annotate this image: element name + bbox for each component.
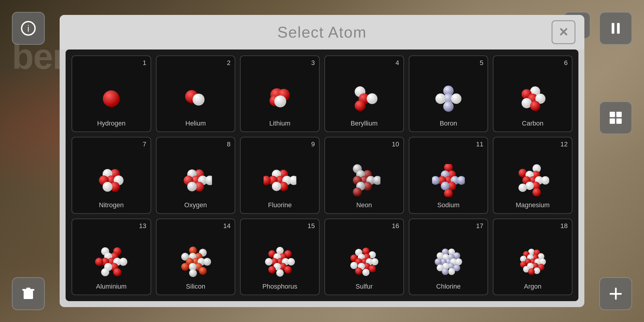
svg-rect-13 <box>610 293 622 295</box>
svg-point-223 <box>199 267 207 275</box>
atom-number: 9 <box>311 140 315 148</box>
atom-name: Beryllium <box>351 120 377 127</box>
grid-icon <box>608 110 624 126</box>
svg-point-195 <box>113 268 121 276</box>
svg-point-45 <box>443 101 453 112</box>
atom-number: 1 <box>143 59 146 67</box>
atom-card-oxygen[interactable]: 8Oxygen <box>156 137 236 213</box>
atom-name: Oxygen <box>184 201 207 209</box>
atom-card-boron[interactable]: 5Boron <box>409 55 488 132</box>
atom-grid: 1Hydrogen2Helium3Lithium4Beryllium5Boron… <box>66 49 578 301</box>
svg-point-295 <box>437 252 444 259</box>
atom-card-sulfur[interactable]: 16Sulfur <box>324 219 404 295</box>
svg-point-287 <box>363 269 370 276</box>
pause-icon <box>608 20 624 36</box>
atom-card-sodium[interactable]: 11Sodium <box>409 137 488 213</box>
atom-visual <box>515 81 551 117</box>
trash-icon <box>20 286 36 302</box>
atom-name: Lithium <box>269 120 290 127</box>
svg-text:i: i <box>27 24 30 33</box>
svg-point-83 <box>205 176 212 185</box>
svg-point-255 <box>276 269 284 277</box>
atom-number: 3 <box>311 59 315 67</box>
atom-name: Argon <box>524 283 541 290</box>
svg-point-169 <box>518 183 527 192</box>
atom-card-neon[interactable]: 10Neon <box>324 137 404 213</box>
svg-point-245 <box>265 258 273 266</box>
atom-number: 4 <box>395 59 399 67</box>
atom-name: Fluorine <box>268 201 292 209</box>
atom-visual <box>178 244 213 280</box>
atom-card-argon[interactable]: 18Argon <box>493 219 572 295</box>
atom-number: 5 <box>480 59 483 67</box>
atom-card-silicon[interactable]: 14Silicon <box>156 219 236 295</box>
atom-name: Helium <box>185 120 206 127</box>
atom-name: Neon <box>356 201 372 209</box>
atom-card-phosphorus[interactable]: 15Phosphorus <box>240 219 320 295</box>
svg-point-253 <box>268 266 276 273</box>
svg-point-125 <box>353 188 362 196</box>
svg-point-319 <box>448 268 455 275</box>
atom-card-beryllium[interactable]: 4Beryllium <box>324 55 404 132</box>
atom-name: Sulfur <box>356 283 373 290</box>
atom-name: Phosphorus <box>262 283 297 290</box>
info-button[interactable]: i <box>12 12 45 45</box>
atom-card-nitrogen[interactable]: 7Nitrogen <box>72 137 151 213</box>
atom-number: 16 <box>392 222 399 230</box>
plus-button[interactable] <box>599 277 632 310</box>
svg-point-15 <box>103 90 120 107</box>
svg-point-251 <box>284 266 292 273</box>
svg-point-19 <box>193 94 205 106</box>
svg-rect-3 <box>617 23 620 34</box>
modal-title: Select Atom <box>277 23 366 41</box>
grid-button[interactable] <box>599 101 632 134</box>
atom-card-lithium[interactable]: 3Lithium <box>240 55 320 132</box>
svg-point-243 <box>287 258 295 266</box>
atom-card-helium[interactable]: 2Helium <box>156 55 236 132</box>
atom-visual <box>515 162 551 198</box>
svg-point-171 <box>532 188 541 196</box>
atom-visual <box>262 244 298 280</box>
svg-point-283 <box>369 265 376 272</box>
atom-number: 11 <box>476 140 483 148</box>
svg-point-321 <box>442 268 449 275</box>
trash-button[interactable] <box>12 277 45 310</box>
atom-card-fluorine[interactable]: 9Fluorine <box>240 137 320 213</box>
svg-rect-6 <box>616 112 622 117</box>
atom-number: 12 <box>561 140 568 148</box>
atom-number: 6 <box>564 59 568 67</box>
svg-point-101 <box>264 176 271 185</box>
svg-point-189 <box>95 258 103 266</box>
atom-card-chlorine[interactable]: 17Chlorine <box>409 219 488 295</box>
atom-visual <box>346 162 382 198</box>
svg-point-33 <box>367 93 377 104</box>
svg-point-215 <box>203 258 211 266</box>
modal-header: Select Atom ✕ <box>60 15 584 49</box>
svg-point-71 <box>103 182 112 192</box>
atom-visual <box>431 81 466 117</box>
atom-visual <box>431 162 466 198</box>
atom-number: 17 <box>476 222 483 230</box>
atom-name: Boron <box>440 120 457 127</box>
svg-point-145 <box>441 182 450 190</box>
atom-visual <box>431 244 466 280</box>
atom-card-magnesium[interactable]: 12Magnesium <box>493 137 572 213</box>
svg-rect-7 <box>610 118 615 124</box>
svg-rect-5 <box>610 112 615 117</box>
atom-card-carbon[interactable]: 6Carbon <box>493 55 572 132</box>
pause-button[interactable] <box>599 12 632 45</box>
svg-point-99 <box>289 176 296 185</box>
atom-name: Magnesium <box>516 201 550 209</box>
atom-number: 8 <box>227 140 230 148</box>
svg-point-105 <box>272 182 281 191</box>
atom-name: Carbon <box>522 120 544 127</box>
atom-name: Aluminium <box>96 283 127 290</box>
close-button[interactable]: ✕ <box>552 20 575 44</box>
svg-point-119 <box>373 176 380 185</box>
atom-card-hydrogen[interactable]: 1Hydrogen <box>72 55 151 132</box>
svg-point-27 <box>274 95 286 107</box>
atom-card-aluminium[interactable]: 13Aluminium <box>72 219 151 295</box>
atom-number: 14 <box>223 222 230 230</box>
svg-point-225 <box>189 269 197 277</box>
atom-visual <box>178 162 213 198</box>
